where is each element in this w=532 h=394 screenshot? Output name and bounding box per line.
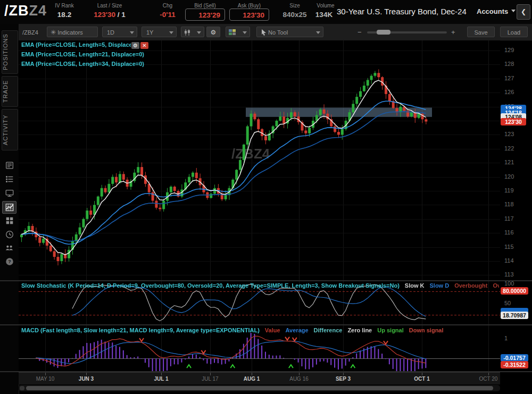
watchlist-icon[interactable] [3,173,16,185]
legend-item[interactable]: Zero line [347,327,372,333]
time-axis-tick [422,373,422,375]
time-axis-tick [210,373,211,375]
monitor-icon[interactable] [3,187,16,199]
zoom-slider-thumb[interactable] [377,30,390,35]
scrollbar-thumb[interactable] [26,386,493,390]
zoom-slider[interactable] [367,31,447,33]
price-axis[interactable]: 1291281271261251241231221211201191181171… [501,40,532,280]
chart-icon[interactable] [2,201,16,214]
collapse-panel-button[interactable]: ❮ [517,4,530,20]
legend-item[interactable]: Average [286,327,309,333]
grid-icon[interactable] [3,215,16,227]
stochastic-badge: 80.00000 [501,287,528,295]
chevron-down-icon [130,31,134,36]
price-axis-label: 128 [504,61,514,67]
legend-item[interactable]: Up signal [377,327,404,333]
instrument-description: 30-Year U.S. Treasury Bond, Dec-24 [337,7,467,16]
price-axis-label: 117 [504,215,514,222]
ask-button[interactable]: 123'30 [229,9,269,21]
trading-platform-window: /ZBZ4 IV Rank 18.2 Last / Size 123'30 / … [0,0,532,394]
study-row: EMA (Price=CLOSE, Length=21, Displace=0) [21,51,160,61]
size-label: Size [277,3,313,9]
price-axis-label: 126 [504,89,514,95]
range-dropdown[interactable]: 1Y [142,27,177,37]
legend-item[interactable]: Difference [314,327,343,333]
last-size: / 1 [118,11,126,19]
timeframe-value: 1D [107,29,114,36]
stochastic-title: Slow Stochastic (K Period=14, D Period=9… [21,282,400,289]
legend-item[interactable]: Value [265,327,280,333]
study-row: EMA (Price=CLOSE, Length=5, Displace=0)⚙… [21,41,160,51]
load-button[interactable]: Load [500,27,528,37]
zoom-in-button[interactable]: + [451,28,455,36]
sidebar-tab-trade[interactable]: TRADE [2,76,18,107]
time-axis-tick [299,373,300,375]
zoom-out-button[interactable]: − [358,28,362,36]
time-axis-label: OCT 20 [479,376,498,382]
bid-label: Bid (Sell) [185,3,225,9]
study-row: EMA (Price=CLOSE, Length=34, Displace=0) [21,61,160,70]
toolbar-symbol: /ZBZ4 [22,29,38,36]
horizontal-scrollbar[interactable] [19,385,500,391]
chart-settings-button[interactable]: ⚙ [206,27,220,37]
study-label: EMA (Price=CLOSE, Length=5, Displace=0) [21,41,131,48]
bid-button[interactable]: 123'29 [185,9,225,21]
legend-item[interactable]: Down signal [409,327,444,333]
price-axis-label: 129 [504,47,514,53]
left-sidebar: POSITIONS TRADE ACTIVITY ? [0,24,19,394]
chevron-down-icon [316,31,320,36]
study-settings-gear-icon[interactable]: ⚙ [131,42,139,49]
drawing-tool-dropdown[interactable]: No Tool [256,27,323,37]
history-icon[interactable] [3,229,16,240]
social-icon[interactable] [3,242,16,254]
study-remove-icon[interactable]: ✕ [140,42,148,49]
legend-item[interactable]: Slow D [430,282,450,289]
price-axis-label: 123 [504,131,514,137]
ask-label: Ask (Buy) [229,3,269,9]
chevron-down-icon [511,10,516,14]
chart-type-dropdown[interactable] [181,27,204,37]
cursor-icon [261,29,267,36]
time-axis-label: JUN 3 [79,376,94,382]
save-button[interactable]: Save [467,27,495,37]
time-axis-tick [161,373,162,375]
price-axis-label: 122 [504,145,514,152]
legend-item[interactable]: Overbought [454,282,487,289]
stochastic-badge: 18.70987 [501,312,528,319]
layout-dropdown[interactable] [226,27,250,37]
scrollbar-left-stub[interactable] [20,386,24,390]
stochastic-axis-label: 100 [504,280,514,287]
sidebar-tab-activity[interactable]: ACTIVITY [2,109,18,150]
chevron-down-icon [169,31,173,36]
price-chart-canvas[interactable] [19,40,500,280]
iv-rank-label: IV Rank [48,3,81,9]
study-label: EMA (Price=CLOSE, Length=21, Displace=0) [21,51,144,57]
timeframe-dropdown[interactable]: 1D [102,27,137,37]
accounts-label: Accounts [477,7,508,15]
price-axis-label: 120 [504,173,514,180]
accounts-dropdown[interactable]: Accounts [477,7,516,15]
sidebar-tab-positions[interactable]: POSITIONS [2,30,18,74]
legend-item[interactable]: Oversold [493,282,499,289]
time-axis[interactable]: MAY 10JUN 3JUL 1JUL 17AUG 1AUG 16SEP 3OC… [19,372,500,384]
price-axis-label: 127 [504,75,514,81]
macd-title-row: MACD (Fast length=8, Slow length=21, MAC… [21,327,499,333]
price-axis-label: 114 [504,257,514,264]
study-label: EMA (Price=CLOSE, Length=34, Displace=0) [21,61,144,67]
macd-axis[interactable]: 1-0.01757-0.31522 [501,325,532,371]
indicators-button[interactable]: ✳ Indicators [47,27,98,37]
stochastic-legend: Slow KSlow DOverboughtOversoldUp Signal [400,282,499,289]
macd-legend: ValueAverageDifferenceZero lineUp signal… [260,327,444,333]
stochastic-axis[interactable]: 1005080.0000018.70987 [501,281,532,324]
chevron-down-icon [243,31,247,36]
legend-item[interactable]: Slow K [405,282,425,289]
volume-label: Volume [315,3,336,9]
news-icon[interactable] [3,160,16,171]
last-size-label: Last / Size [85,3,134,9]
price-axis-label: 116 [504,229,514,236]
time-axis-tick [252,373,252,375]
chg-label: Chg [152,3,184,9]
help-icon[interactable]: ? [3,256,16,267]
indicators-label: Indicators [57,29,83,36]
chg-value: -0'11 [152,11,184,19]
